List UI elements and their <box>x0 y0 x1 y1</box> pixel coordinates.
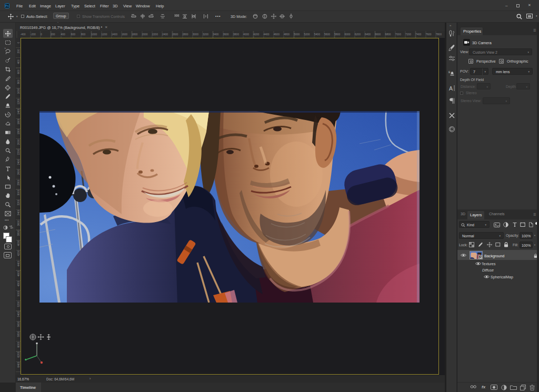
svg-text:E: E <box>448 71 451 74</box>
svg-text:A: A <box>449 85 453 92</box>
